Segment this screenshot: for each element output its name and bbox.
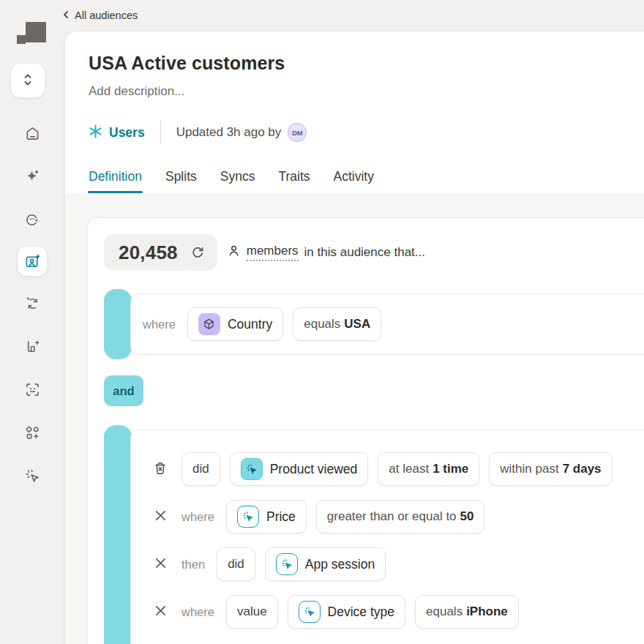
verb-label: did: [228, 557, 244, 572]
sidebar-item-identity[interactable]: [16, 373, 48, 405]
identity-scan-icon: [24, 381, 41, 398]
frequency-value: 1 time: [433, 462, 468, 476]
analytics-icon: [24, 338, 41, 355]
automation-cursor-icon: [24, 468, 41, 484]
condition-group-bar: [104, 289, 132, 359]
operator-prefix: equals: [304, 317, 340, 332]
property-name: Country: [228, 317, 272, 332]
sidebar-item-audiences[interactable]: [18, 247, 47, 276]
sidebar-item-integrations[interactable]: [16, 416, 48, 449]
refresh-count-button[interactable]: [190, 244, 205, 261]
integrations-icon: [24, 424, 41, 441]
verb-button-did[interactable]: did: [217, 547, 255, 581]
condition-connector-label: then: [181, 558, 205, 572]
vertical-divider: [160, 121, 161, 144]
description-placeholder[interactable]: Add description...: [89, 84, 644, 99]
sidebar-item-ai[interactable]: [16, 160, 48, 192]
time-window-button[interactable]: within past 7 days: [489, 452, 612, 486]
window-value: 7 days: [563, 462, 602, 476]
sidebar-item-analytics[interactable]: [16, 330, 48, 362]
frequency-button[interactable]: at least 1 time: [378, 452, 479, 486]
audience-detail-card: USA Active customers Add description... …: [64, 31, 644, 644]
condition-row-then-app-session: then did App session: [152, 547, 644, 581]
condition-row: where Country equals USA: [130, 293, 644, 355]
operator-button-equals-usa[interactable]: equals USA: [293, 307, 381, 341]
property-button-country[interactable]: Country: [187, 307, 283, 341]
sidebar: [0, 0, 64, 644]
operator-button-gte-50[interactable]: greater than or equal to 50: [316, 500, 485, 533]
condition-group-bar: [104, 425, 132, 644]
home-icon: [24, 125, 41, 142]
condition-row-where-price: where Price greater than or equ: [152, 500, 644, 533]
event-property-cursor-icon: [299, 601, 321, 623]
breadcrumb-label: All audiences: [75, 10, 138, 21]
condition-block: did Product viewed: [130, 430, 644, 644]
property-button-device-type[interactable]: Device type: [288, 595, 405, 629]
condition-connector-label: where: [143, 318, 176, 332]
entity-type[interactable]: Users: [89, 124, 145, 141]
sidebar-item-home[interactable]: [16, 117, 48, 149]
members-suffix-text: in this audience that...: [304, 245, 425, 260]
page-title: USA Active customers: [89, 52, 644, 74]
tab-splits[interactable]: Splits: [165, 169, 197, 184]
sync-sparkle-icon: [24, 295, 41, 312]
operator-button-equals-iphone[interactable]: equals iPhone: [415, 595, 519, 629]
breadcrumb-back[interactable]: All audiences: [59, 10, 138, 21]
operator-prefix: equals: [426, 604, 463, 619]
member-count-row: 20,458: [104, 234, 644, 271]
tab-activity[interactable]: Activity: [334, 169, 374, 184]
member-count-pill: 20,458: [104, 234, 217, 271]
avatar[interactable]: DM: [288, 123, 307, 142]
sidebar-item-journeys[interactable]: [16, 203, 48, 236]
chevron-left-icon: [61, 10, 70, 21]
condition-connector-label: where: [181, 605, 214, 619]
event-cursor-icon: [241, 458, 263, 480]
delete-condition-button[interactable]: [152, 460, 168, 479]
event-button-product-viewed[interactable]: Product viewed: [230, 452, 369, 486]
condition-group-2: did Product viewed: [104, 425, 644, 644]
remove-condition-button[interactable]: [152, 556, 168, 572]
event-name: App session: [305, 557, 375, 572]
topbar: All audiences: [59, 0, 644, 31]
property-name: Price: [266, 509, 296, 525]
logo-square-small: [17, 35, 26, 44]
close-icon: [154, 509, 168, 525]
tab-definition[interactable]: Definition: [89, 169, 142, 184]
sidebar-item-sync[interactable]: [16, 287, 48, 319]
sidebar-item-automations[interactable]: [16, 460, 48, 492]
members-link[interactable]: members: [247, 244, 299, 261]
event-button-app-session[interactable]: App session: [265, 547, 386, 581]
operator-value: 50: [460, 509, 474, 524]
definition-card: 20,458: [87, 217, 644, 644]
tab-syncs[interactable]: Syncs: [220, 169, 255, 184]
event-property-cursor-icon: [237, 506, 259, 528]
remove-condition-button[interactable]: [152, 509, 168, 525]
tab-traits[interactable]: Traits: [278, 169, 310, 184]
remove-condition-button[interactable]: [152, 604, 168, 620]
property-cube-icon: [198, 313, 220, 335]
and-connector-pill[interactable]: and: [104, 375, 143, 406]
audience-header: USA Active customers Add description... …: [65, 31, 644, 193]
meta-row: Users Updated 3h ago by DM: [89, 120, 644, 145]
close-icon: [154, 604, 168, 620]
person-icon: [227, 244, 241, 261]
audiences-icon: [24, 253, 41, 270]
refresh-icon: [190, 244, 205, 261]
members-summary: members in this audience that...: [227, 244, 425, 261]
workspace-switcher[interactable]: [10, 63, 45, 98]
sidebar-nav: [0, 117, 64, 492]
ai-sparkle-icon: [24, 168, 41, 185]
verb-button-did[interactable]: did: [181, 452, 220, 486]
logo-square-big: [26, 22, 46, 42]
operator-prefix: greater than or equal to: [327, 509, 457, 524]
verb-label: did: [192, 462, 209, 476]
condition-row-event: did Product viewed: [152, 452, 644, 486]
definition-section: 20,458: [65, 193, 644, 644]
snowflake-icon: [89, 124, 102, 141]
value-button[interactable]: value: [226, 595, 278, 629]
trash-icon: [152, 460, 168, 479]
window-prefix: within past: [500, 462, 558, 476]
property-button-price[interactable]: Price: [226, 500, 307, 533]
condition-connector-label: where: [181, 510, 214, 524]
value-label: value: [237, 604, 267, 619]
